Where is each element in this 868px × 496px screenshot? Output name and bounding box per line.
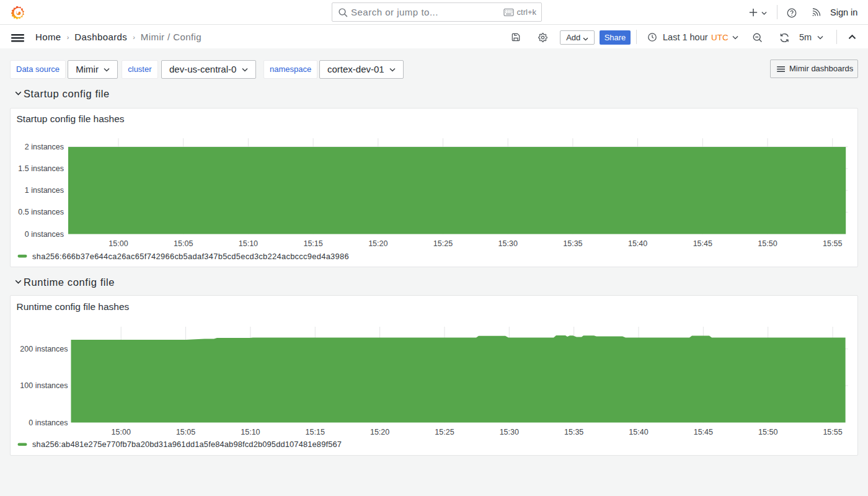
svg-text:15:35: 15:35 [563,239,582,248]
svg-text:100 instances: 100 instances [20,381,68,390]
svg-text:15:55: 15:55 [823,239,842,248]
svg-text:1 instances: 1 instances [25,186,64,195]
svg-text:15:50: 15:50 [758,239,777,248]
svg-text:15:30: 15:30 [500,428,519,436]
svg-text:200 instances: 200 instances [20,345,68,353]
svg-text:15:25: 15:25 [435,428,454,436]
svg-text:15:00: 15:00 [112,428,131,436]
svg-text:0 instances: 0 instances [29,418,68,427]
svg-text:2 instances: 2 instances [25,143,64,151]
svg-text:15:00: 15:00 [108,239,128,248]
svg-text:15:35: 15:35 [564,428,583,436]
svg-text:0.5 instances: 0.5 instances [18,208,64,216]
svg-text:15:05: 15:05 [174,239,193,248]
svg-text:15:05: 15:05 [176,428,195,436]
svg-text:0 instances: 0 instances [25,230,64,239]
svg-text:15:55: 15:55 [823,428,842,436]
svg-text:15:10: 15:10 [239,239,258,248]
svg-text:15:15: 15:15 [303,239,322,248]
svg-text:15:50: 15:50 [758,428,777,436]
svg-text:15:45: 15:45 [694,428,713,436]
svg-text:sha256:ab481e275e770fb7ba20bd3: sha256:ab481e275e770fb7ba20bd31a961dd1a5… [32,440,342,449]
svg-text:15:30: 15:30 [498,239,518,248]
svg-text:15:40: 15:40 [629,428,648,436]
svg-text:15:15: 15:15 [306,428,325,436]
svg-text:15:20: 15:20 [368,239,388,248]
svg-text:1.5 instances: 1.5 instances [18,164,64,173]
svg-text:15:45: 15:45 [693,239,712,248]
svg-text:15:10: 15:10 [241,428,260,436]
svg-text:15:25: 15:25 [433,239,453,248]
svg-text:15:40: 15:40 [628,239,647,248]
svg-text:sha256:666b37e644ca26ac65f7429: sha256:666b37e644ca26ac65f742966cb5adaf3… [32,252,349,261]
svg-text:15:20: 15:20 [370,428,389,436]
